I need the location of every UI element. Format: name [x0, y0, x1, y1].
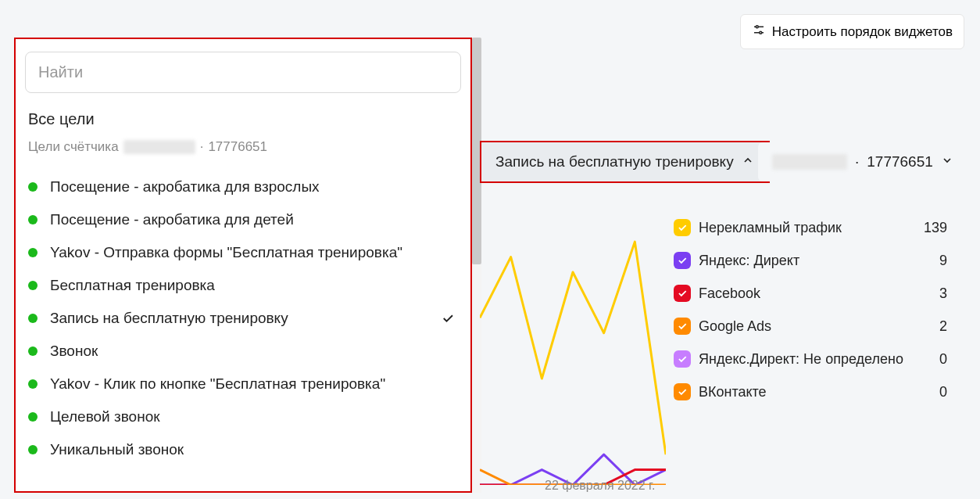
legend-value: 0 [939, 384, 947, 400]
counter-subheading: Цели счётчика · 17776651 [28, 139, 458, 155]
counter-button-id: 17776651 [867, 153, 933, 171]
legend-label: Facebook [699, 285, 939, 302]
legend-value: 0 [939, 351, 947, 368]
legend-row[interactable]: Нерекламный трафик139 [674, 211, 947, 244]
legend-value: 9 [939, 253, 947, 269]
status-dot-icon [28, 445, 38, 454]
goal-item[interactable]: Бесплатная тренировка [25, 269, 461, 302]
legend-swatch-icon [674, 350, 691, 368]
settings-widgets-label: Настроить порядок виджетов [772, 24, 953, 40]
chart-x-label: 22 февраля 2022 г. [545, 479, 655, 493]
chart-series-line [480, 242, 666, 454]
goal-item[interactable]: Целевой звонок [25, 400, 461, 433]
goal-item[interactable]: Yakov - Клик по кнопке "Бесплатная трени… [25, 368, 461, 400]
legend-label: ВКонтакте [699, 384, 939, 400]
goal-item-label: Посещение - акробатика для взрослых [50, 178, 455, 196]
goals-dropdown-panel: Все цели Цели счётчика · 17776651 Посеще… [14, 38, 472, 493]
selected-goal-label: Запись на бесплатную тренировку [495, 153, 734, 171]
status-dot-icon [28, 346, 38, 356]
selected-goal-chip[interactable]: Запись на бесплатную тренировку [481, 142, 768, 181]
goal-item-label: Целевой звонок [50, 408, 455, 425]
goal-item[interactable]: Посещение - акробатика для детей [25, 203, 461, 236]
sliders-icon [752, 23, 766, 41]
status-dot-icon [28, 248, 38, 257]
status-dot-icon [28, 215, 38, 224]
all-goals-heading: Все цели [28, 110, 458, 128]
goal-item-label: Звонок [50, 343, 455, 360]
counter-name-blurred [123, 140, 195, 154]
status-dot-icon [28, 379, 38, 389]
chart-legend: Нерекламный трафик139Яндекс: Директ9Face… [674, 211, 947, 408]
legend-swatch-icon [674, 383, 691, 400]
legend-row[interactable]: Яндекс.Директ: Не определено0 [674, 343, 947, 375]
legend-value: 3 [939, 285, 947, 302]
goal-item-label: Запись на бесплатную тренировку [50, 310, 441, 327]
goal-item[interactable]: Уникальный звонок [25, 433, 461, 466]
chevron-down-icon [941, 153, 953, 171]
legend-swatch-icon [674, 252, 691, 269]
goal-item-label: Бесплатная тренировка [50, 277, 455, 294]
legend-label: Яндекс: Директ [699, 253, 939, 269]
goal-item[interactable]: Звонок [25, 335, 461, 368]
legend-row[interactable]: ВКонтакте0 [674, 375, 947, 408]
search-input[interactable] [38, 63, 448, 81]
legend-value: 139 [924, 220, 947, 236]
counter-name-blurred-2 [772, 154, 847, 170]
traffic-chart [480, 203, 666, 485]
selected-goal-chip-highlight: Запись на бесплатную тренировку [480, 141, 770, 183]
goal-item[interactable]: Запись на бесплатную тренировку [25, 302, 461, 335]
goal-item[interactable]: Посещение - акробатика для взрослых [25, 171, 461, 203]
counter-select-button[interactable]: · 17776651 [758, 142, 967, 181]
status-dot-icon [28, 182, 38, 192]
legend-label: Нерекламный трафик [699, 220, 924, 236]
goal-item[interactable]: Yakov - Отправка формы "Бесплатная трени… [25, 236, 461, 269]
legend-label: Яндекс.Директ: Не определено [699, 351, 939, 368]
legend-label: Google Ads [699, 318, 939, 335]
check-icon [441, 311, 455, 325]
search-field-wrap[interactable] [25, 52, 461, 93]
svg-point-3 [760, 31, 762, 34]
chevron-up-icon [742, 153, 754, 171]
legend-row[interactable]: Google Ads2 [674, 310, 947, 343]
legend-swatch-icon [674, 219, 691, 236]
legend-value: 2 [939, 318, 947, 335]
goal-item-label: Уникальный звонок [50, 441, 455, 458]
status-dot-icon [28, 281, 38, 290]
legend-swatch-icon [674, 285, 691, 302]
goal-item-label: Yakov - Отправка формы "Бесплатная трени… [50, 244, 455, 261]
goal-item-label: Посещение - акробатика для детей [50, 211, 455, 228]
counter-id: 17776651 [208, 139, 267, 155]
counter-prefix: Цели счётчика [28, 139, 119, 155]
status-dot-icon [28, 314, 38, 323]
settings-widgets-button[interactable]: Настроить порядок виджетов [740, 14, 964, 49]
legend-row[interactable]: Яндекс: Директ9 [674, 244, 947, 277]
goal-item-label: Yakov - Клик по кнопке "Бесплатная трени… [50, 375, 455, 393]
svg-point-1 [756, 26, 758, 28]
legend-swatch-icon [674, 318, 691, 335]
status-dot-icon [28, 412, 38, 422]
legend-row[interactable]: Facebook3 [674, 277, 947, 310]
